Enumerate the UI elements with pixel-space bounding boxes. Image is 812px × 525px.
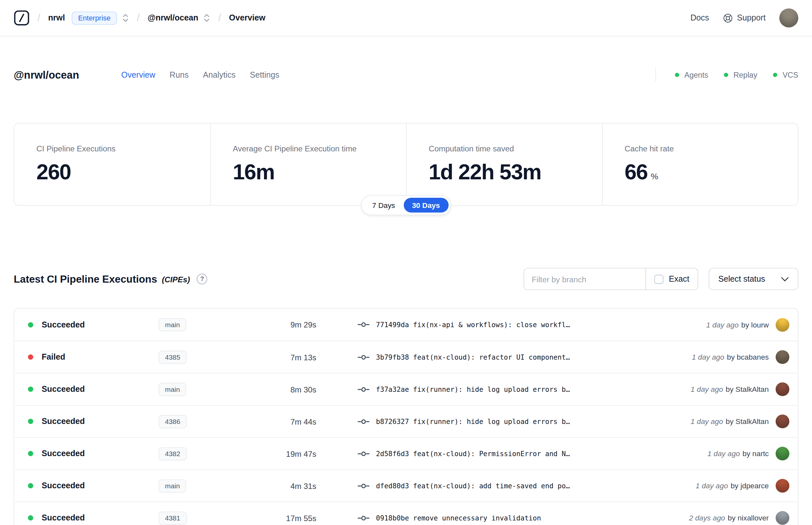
branch-filter-input[interactable] — [524, 268, 645, 289]
status-label: Succeeded — [42, 384, 158, 394]
author-avatar[interactable] — [776, 479, 789, 493]
org-selector-icon[interactable] — [121, 13, 129, 23]
commit-message[interactable]: f37a32ae fix(runner): hide log upload er… — [376, 385, 682, 393]
green-dot-icon — [724, 73, 728, 77]
time-ago: 1 day ago — [691, 417, 723, 425]
time-ago: 1 day ago — [692, 353, 724, 361]
row-meta: 1 day agoby bcabanes — [692, 353, 769, 361]
stat-card: Computation time saved 1d 22h 53m — [406, 123, 602, 205]
status-dot-icon — [28, 451, 33, 456]
row-meta: 2 days agoby nixallover — [689, 514, 769, 522]
row-meta: 1 day agoby lourw — [706, 320, 769, 329]
workspace-header: @nrwl/ocean OverviewRunsAnalyticsSetting… — [14, 68, 798, 81]
author: by jdpearce — [731, 481, 769, 490]
author-avatar[interactable] — [776, 318, 789, 331]
main-content: @nrwl/ocean OverviewRunsAnalyticsSetting… — [0, 68, 812, 525]
branch-column: 4382 — [159, 447, 264, 460]
commit-icon — [357, 515, 370, 522]
status-label: Succeeded — [42, 417, 158, 426]
commit-icon — [357, 418, 370, 425]
branch-badge[interactable]: 4382 — [159, 447, 187, 460]
duration: 4m 31s — [264, 481, 316, 490]
commit-message[interactable]: 3b79fb38 feat(nx-cloud): refactor UI com… — [376, 353, 684, 361]
commit-message[interactable]: 771499da fix(nx-api & workflows): close … — [376, 321, 698, 328]
cipes-title: Latest CI Pipeline Executions — [14, 273, 157, 285]
stat-card: Average CI Pipeline Execution time 16m — [210, 123, 406, 205]
breadcrumb-separator: / — [218, 12, 221, 24]
tab-settings[interactable]: Settings — [250, 70, 279, 79]
commit-message[interactable]: b8726327 fix(runner): hide log upload er… — [376, 418, 682, 425]
author-avatar[interactable] — [776, 447, 789, 460]
range-toggle: 7 Days30 Days — [361, 195, 451, 215]
author-avatar[interactable] — [776, 511, 789, 525]
workspace-selector-icon[interactable] — [203, 13, 211, 23]
author: by nixallover — [728, 514, 769, 522]
duration: 7m 44s — [264, 417, 316, 426]
commit-message[interactable]: dfed80d3 feat(nx-cloud): add time-saved … — [376, 482, 687, 490]
green-dot-icon — [773, 73, 777, 77]
author-avatar[interactable] — [776, 350, 789, 364]
table-row[interactable]: Succeeded 4382 19m 47s 2d58f6d3 feat(nx-… — [14, 437, 798, 469]
branch-badge[interactable]: main — [159, 479, 186, 493]
status-dot-icon — [28, 355, 33, 360]
status-item-replay[interactable]: Replay — [724, 71, 757, 79]
tab-runs[interactable]: Runs — [170, 70, 189, 79]
commit-message[interactable]: 0918b0be remove unnecessary invalidation — [376, 514, 680, 522]
status-dot-icon — [28, 515, 33, 521]
range-option-7-days[interactable]: 7 Days — [364, 198, 404, 212]
branch-badge[interactable]: main — [159, 318, 186, 331]
help-icon[interactable]: ? — [197, 274, 207, 284]
cipe-table: Succeeded main 9m 29s 771499da fix(nx-ap… — [14, 308, 798, 525]
cipes-subtitle: (CIPEs) — [162, 274, 190, 284]
stat-label: Cache hit rate — [625, 144, 776, 153]
table-row[interactable]: Succeeded main 4m 31s dfed80d3 feat(nx-c… — [14, 469, 798, 501]
workspace-status: Agents Replay VCS — [656, 68, 798, 81]
cipes-header: Latest CI Pipeline Executions (CIPEs) ? … — [14, 268, 798, 290]
exact-checkbox[interactable] — [655, 274, 663, 284]
time-ago: 1 day ago — [707, 449, 740, 458]
status-item-agents[interactable]: Agents — [675, 71, 708, 79]
status-label: Failed — [42, 352, 158, 362]
status-label: Succeeded — [42, 481, 158, 491]
range-option-30-days[interactable]: 30 Days — [403, 198, 448, 212]
breadcrumb-workspace[interactable]: @nrwl/ocean — [148, 13, 198, 23]
exact-label: Exact — [669, 274, 689, 284]
table-row[interactable]: Succeeded 4381 17m 55s 0918b0be remove u… — [14, 501, 798, 525]
docs-link[interactable]: Docs — [691, 13, 709, 23]
row-meta: 1 day agoby StalkAltan — [691, 417, 769, 425]
branch-badge[interactable]: main — [159, 383, 186, 396]
status-item-vcs[interactable]: VCS — [773, 71, 798, 79]
author-avatar[interactable] — [776, 382, 789, 396]
stat-label: Computation time saved — [429, 144, 580, 153]
commit-icon — [357, 450, 370, 457]
support-link[interactable]: Support — [723, 13, 766, 23]
table-row[interactable]: Succeeded main 9m 29s 771499da fix(nx-ap… — [14, 309, 798, 341]
green-dot-icon — [675, 73, 679, 77]
status-dot-icon — [28, 322, 33, 327]
app: / nrwl Enterprise / @nrwl/ocean / Overvi… — [0, 0, 812, 525]
breadcrumb-org[interactable]: nrwl — [48, 13, 65, 23]
enterprise-badge: Enterprise — [72, 11, 117, 25]
branch-badge[interactable]: 4381 — [159, 511, 187, 525]
status-select[interactable]: Select status — [709, 268, 798, 290]
branch-badge[interactable]: 4386 — [159, 415, 187, 428]
table-row[interactable]: Succeeded 4386 7m 44s b8726327 fix(runne… — [14, 405, 798, 437]
stat-card: CI Pipeline Executions 260 — [14, 123, 210, 205]
commit-icon — [357, 482, 370, 489]
author-avatar[interactable] — [776, 415, 789, 428]
author: by lourw — [741, 320, 769, 329]
stat-value: 1d 22h 53m — [429, 160, 541, 184]
stat-value-row: 1d 22h 53m — [429, 153, 580, 184]
commit-message[interactable]: 2d58f6d3 feat(nx-cloud): PermissionError… — [376, 450, 699, 457]
duration: 17m 55s — [264, 513, 316, 522]
time-ago: 1 day ago — [691, 385, 723, 393]
status-dot-icon — [28, 483, 33, 488]
user-avatar[interactable] — [779, 9, 798, 27]
table-row[interactable]: Succeeded main 8m 30s f37a32ae fix(runne… — [14, 373, 798, 405]
table-row[interactable]: Failed 4385 7m 13s 3b79fb38 feat(nx-clou… — [14, 341, 798, 373]
nx-cloud-logo-icon[interactable] — [14, 10, 30, 26]
tab-analytics[interactable]: Analytics — [203, 70, 236, 79]
tab-overview[interactable]: Overview — [121, 70, 155, 79]
branch-badge[interactable]: 4385 — [159, 350, 187, 364]
exact-toggle[interactable]: Exact — [646, 268, 698, 289]
